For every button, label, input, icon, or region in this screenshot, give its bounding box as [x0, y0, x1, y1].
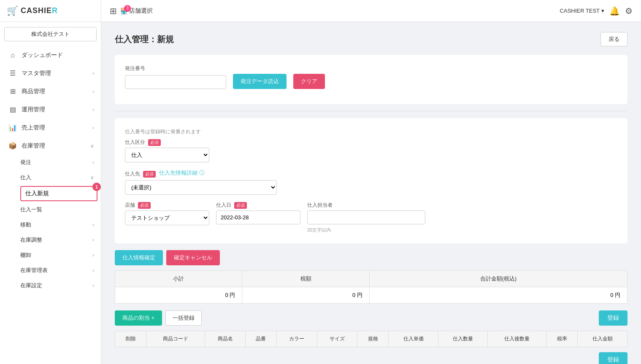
user-menu[interactable]: CASHIER TEST ▾ — [560, 8, 604, 14]
store-label: 店舗選択 — [129, 7, 153, 15]
col-product-code: 商品コード — [146, 331, 205, 347]
col-quantity: 仕入数量 — [438, 331, 487, 347]
col-tax-rate: 税率 — [546, 331, 578, 347]
chevron-right-icon: › — [92, 252, 94, 258]
section-divider — [115, 111, 627, 111]
tax-header: 税額 — [242, 271, 369, 287]
sidebar-item-stocktake[interactable]: 棚卸 › — [0, 248, 101, 263]
company-button[interactable]: 株式会社テスト — [4, 27, 97, 41]
master-icon: ☰ — [8, 69, 17, 77]
col-product-number: 品番 — [245, 331, 276, 347]
chevron-right-icon: › — [92, 222, 94, 228]
sidebar-item-products[interactable]: ⊞ 商品管理 › — [0, 82, 101, 100]
supplier-detail-link[interactable]: 仕入先情報詳細 ⓘ — [159, 169, 205, 177]
sidebar-item-sales[interactable]: 📊 売上管理 › — [0, 119, 101, 137]
store-selector[interactable]: 🏪 3 店舗選択 — [120, 7, 153, 15]
sidebar-label-receiving-list: 仕入一覧 — [20, 206, 42, 213]
gear-icon[interactable]: ⚙ — [625, 6, 633, 16]
cart-icon: 🛒 — [7, 5, 18, 16]
page-title: 仕入管理：新規 — [115, 34, 174, 45]
sidebar-item-dashboard[interactable]: ⌂ ダッシュボード — [0, 46, 101, 64]
chevron-right-icon: › — [92, 70, 94, 76]
app-logo: 🛒 CASHIER — [0, 0, 101, 22]
info-note: 仕入番号は登録時に発番されます — [125, 128, 617, 135]
bell-icon[interactable]: 🔔 — [609, 6, 620, 16]
back-button[interactable]: 戻る — [600, 32, 627, 46]
sidebar-item-inventory[interactable]: 📦 在庫管理 ∨ — [0, 137, 101, 155]
chevron-right-icon: › — [92, 89, 94, 94]
order-number-section: 発注番号 発注データ読込 クリア — [115, 55, 627, 104]
receiving-type-select[interactable]: 仕入 返品 その他 — [125, 148, 209, 162]
logo-highlight: R — [52, 6, 58, 15]
required-badge: 必須 — [148, 139, 161, 146]
logo-text: CASHIER — [21, 6, 58, 15]
info-icon: ⓘ — [199, 169, 205, 177]
store-date-person-row: 店舗 必須 テストショップ 仕入日 必須 2022-03-28 仕入担当者 — [125, 202, 617, 233]
summary-table: 小計 税額 合計金額(税込) 0 円 0 円 0 円 — [115, 270, 627, 304]
load-order-button[interactable]: 発注データ読込 — [233, 74, 287, 89]
chevron-right-icon: › — [92, 107, 94, 113]
chevron-right-icon: › — [92, 283, 94, 289]
confirm-button[interactable]: 仕入情報確定 — [115, 250, 163, 265]
required-badge: 必須 — [143, 171, 156, 178]
products-icon: ⊞ — [8, 87, 17, 95]
chevron-down-icon: ∨ — [90, 143, 94, 149]
sidebar-item-inventory-settings[interactable]: 在庫設定 › — [0, 278, 101, 293]
sidebar-label-inventory: 在庫管理 — [22, 142, 90, 150]
date-input[interactable]: 2022-03-28 — [216, 210, 300, 224]
chevron-right-icon: › — [92, 267, 94, 273]
sidebar-label-order: 発注 — [20, 159, 31, 166]
confirm-action-row: 仕入情報確定 確定キャンセル — [115, 250, 627, 265]
total-header: 合計金額(税込) — [369, 271, 627, 287]
add-product-button[interactable]: 商品の割当 + — [115, 310, 162, 326]
order-number-group: 発注番号 発注データ読込 クリア — [125, 65, 617, 89]
col-amount: 仕入金額 — [578, 331, 627, 347]
register-button-top[interactable]: 登録 — [599, 310, 627, 326]
col-delete: 削除 — [115, 331, 146, 347]
sidebar-item-receiving[interactable]: 仕入 ∨ — [0, 170, 101, 185]
operations-icon: ▤ — [8, 105, 17, 113]
subtotal-value: 0 円 — [115, 287, 242, 304]
sidebar-label-master: マスタ管理 — [22, 70, 92, 77]
topbar-right: CASHIER TEST ▾ 🔔 ⚙ — [560, 6, 633, 16]
main-area: ⊞ 🏪 3 店舗選択 CASHIER TEST ▾ 🔔 ⚙ 仕入管理：新規 戻る… — [101, 0, 641, 364]
col-color: カラー — [276, 331, 317, 347]
store-label: 店舗 必須 — [125, 202, 209, 209]
sidebar-item-inventory-report[interactable]: 在庫管理表 › — [0, 263, 101, 278]
sidebar-item-master[interactable]: ☰ マスタ管理 › — [0, 64, 101, 82]
sidebar-item-receiving-list[interactable]: 仕入一覧 — [0, 202, 101, 217]
sidebar-label-sales: 売上管理 — [22, 124, 92, 132]
sidebar-label-adjustment: 在庫調整 — [20, 236, 42, 244]
product-actions-row: 商品の割当 + 一括登録 登録 — [115, 310, 627, 326]
grid-icon[interactable]: ⊞ — [110, 6, 117, 16]
bulk-register-button[interactable]: 一括登録 — [165, 310, 202, 326]
col-size: サイズ — [317, 331, 357, 347]
col-product-name: 商品名 — [205, 331, 246, 347]
supplier-select[interactable]: (未選択) — [125, 180, 277, 195]
chevron-right-icon: › — [92, 125, 94, 131]
store-select[interactable]: テストショップ — [125, 210, 209, 225]
chevron-down-icon: ▾ — [601, 8, 604, 14]
sidebar-label-stocktake: 棚卸 — [20, 251, 31, 259]
sidebar-item-transfer[interactable]: 移動 › — [0, 217, 101, 232]
receiving-info-section: 仕入番号は登録時に発番されます 仕入区分 必須 仕入 返品 その他 仕入先 必須 — [115, 118, 627, 243]
date-label: 仕入日 必須 — [216, 202, 300, 209]
sidebar-label-dashboard: ダッシュボード — [22, 51, 94, 59]
products-table: 削除 商品コード 商品名 品番 カラー サイズ 規格 仕入単価 仕入数量 仕入後… — [115, 331, 627, 347]
col-unit-price: 仕入単価 — [389, 331, 438, 347]
order-number-input[interactable] — [125, 75, 226, 89]
order-number-label: 発注番号 — [125, 65, 617, 72]
chevron-right-icon: › — [92, 159, 94, 165]
sidebar-item-receiving-new[interactable]: 仕入新規 1 — [20, 186, 97, 201]
user-label: CASHIER TEST — [560, 8, 600, 14]
sidebar-item-order[interactable]: 発注 › — [0, 155, 101, 170]
sidebar-item-adjustment[interactable]: 在庫調整 › — [0, 232, 101, 248]
register-button-bottom[interactable]: 登録 — [599, 352, 627, 364]
person-input[interactable] — [307, 210, 425, 224]
col-after-quantity: 仕入後数量 — [488, 331, 546, 347]
clear-button[interactable]: クリア — [293, 74, 325, 89]
sidebar-item-operations[interactable]: ▤ 運用管理 › — [0, 100, 101, 119]
content-area: 仕入管理：新規 戻る 発注番号 発注データ読込 クリア 仕入番号は登録時に発番さ… — [101, 22, 641, 364]
cancel-confirm-button[interactable]: 確定キャンセル — [166, 250, 220, 265]
inventory-icon: 📦 — [8, 142, 17, 150]
